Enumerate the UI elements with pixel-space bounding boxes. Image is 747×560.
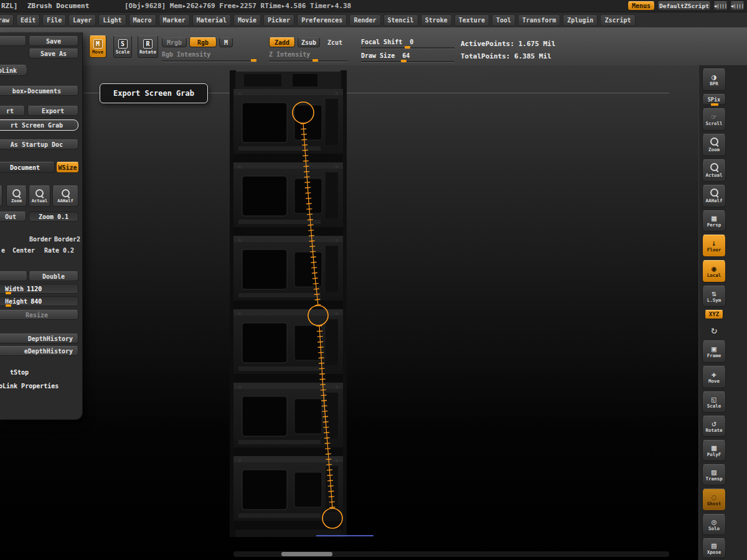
tray-local-button[interactable]: ◉ Local	[702, 260, 726, 282]
menu-layer[interactable]: Layer	[68, 14, 96, 26]
export-screen-grab-button[interactable]: rt Screen Grab	[0, 119, 78, 131]
tray-zoom-button[interactable]: Zoom	[702, 134, 726, 156]
menu-draw[interactable]: Draw	[0, 14, 14, 26]
tray-xyz-button[interactable]: XYZ	[705, 310, 723, 319]
z-intensity-marker[interactable]	[312, 59, 318, 62]
zsub-button[interactable]: Zsub	[298, 37, 320, 47]
menu-movie[interactable]: Movie	[233, 14, 261, 26]
resize-button[interactable]: Resize	[0, 310, 78, 320]
z-intensity-slider[interactable]	[269, 60, 347, 62]
rgb-intensity-slider[interactable]	[162, 60, 256, 62]
menu-picker[interactable]: Picker	[263, 14, 294, 26]
save-as-startup-doc-button[interactable]: As Startup Doc	[0, 139, 78, 149]
double-button[interactable]: Double	[29, 271, 78, 281]
tray-spix-button[interactable]: SPix	[702, 94, 726, 105]
zadd-button[interactable]: Zadd	[269, 37, 295, 47]
out-button[interactable]: Out	[0, 212, 26, 222]
menu-edit[interactable]: Edit	[16, 14, 40, 26]
zoom-button[interactable]: Zoom	[6, 185, 27, 207]
rgb-button[interactable]: Rgb	[189, 37, 217, 47]
draw-size-slider[interactable]	[361, 61, 454, 63]
tray-polyf-button[interactable]: ▦ PolyF	[702, 440, 726, 461]
menu-transform[interactable]: Transform	[518, 14, 560, 26]
tray-solo-button[interactable]: ◎ Solo	[702, 514, 726, 535]
border-button[interactable]: Border	[27, 235, 54, 243]
menu-macro[interactable]: Macro	[129, 14, 156, 26]
dock-collapse-right-button[interactable]: ◀||||	[730, 1, 745, 11]
cut-button-top[interactable]	[0, 36, 26, 46]
cut-button-double-row[interactable]	[0, 271, 27, 281]
tile-button[interactable]: e	[0, 246, 7, 254]
applink-button[interactable]: oLink	[0, 65, 27, 76]
draw-size-marker[interactable]	[401, 60, 406, 62]
delete-depth-history-button[interactable]: eDepthHistory	[0, 346, 78, 356]
height-marker[interactable]	[6, 304, 11, 307]
document-section-header[interactable]: Document	[0, 162, 55, 173]
menu-tool[interactable]: Tool	[492, 14, 515, 26]
tray-floor-button[interactable]: ↓ Floor	[702, 235, 726, 257]
menu-texture[interactable]: Texture	[454, 14, 489, 26]
actual-button[interactable]: Actual	[29, 185, 50, 207]
height-slider[interactable]: Height 840	[0, 296, 78, 306]
move-tool-icon: M	[93, 39, 103, 49]
document-canvas[interactable]	[0, 65, 699, 560]
canvas-scrollbar-thumb[interactable]	[281, 552, 332, 556]
tray-scroll-button[interactable]: ☞ Scroll	[702, 108, 726, 131]
default-zscript-button[interactable]: DefaultZScript	[657, 1, 711, 11]
menu-file[interactable]: File	[42, 14, 66, 26]
center-button[interactable]: Center	[9, 246, 39, 254]
menu-zplugin[interactable]: Zplugin	[563, 14, 598, 26]
menu-preferences[interactable]: Preferences	[297, 14, 347, 26]
tray-ghost-button[interactable]: ◌ Ghost	[702, 488, 726, 511]
import-button[interactable]: rt	[0, 106, 25, 116]
scale-tool-button[interactable]: S Scale	[113, 35, 132, 58]
rate-slider[interactable]: Rate 0.2	[39, 246, 80, 254]
rgb-intensity-marker[interactable]	[251, 59, 256, 62]
canvas-rotate-button[interactable]: ↻	[702, 322, 726, 337]
tray-move-label: Move	[708, 378, 720, 384]
depth-history-button[interactable]: DepthHistory	[0, 334, 78, 343]
zcut-button[interactable]: Zcut	[324, 37, 346, 47]
spix-marker[interactable]	[711, 103, 718, 106]
dock-collapse-left-button[interactable]: ◀||||	[713, 1, 728, 11]
cut-icon-button[interactable]	[0, 185, 2, 207]
focal-shift-marker[interactable]	[405, 46, 410, 49]
tray-frame-button[interactable]: ▣ Frame	[702, 340, 726, 363]
menu-render[interactable]: Render	[349, 14, 380, 26]
move-tool-button[interactable]: M Move	[89, 35, 106, 58]
menus-button[interactable]: Menus	[627, 1, 655, 11]
wsize-button[interactable]: WSize	[56, 162, 79, 173]
menu-stroke[interactable]: Stroke	[421, 14, 452, 26]
menu-material[interactable]: Material	[192, 14, 231, 26]
zoom-factor-slider[interactable]: Zoom 0.1	[29, 212, 78, 222]
export-button[interactable]: Export	[27, 106, 78, 116]
width-marker[interactable]	[6, 292, 11, 294]
menu-light[interactable]: Light	[98, 14, 126, 26]
m-button[interactable]: M	[219, 37, 233, 47]
mrgb-button[interactable]: Mrgb	[162, 37, 187, 47]
focal-shift-text: Focal Shift	[361, 39, 402, 45]
menu-zscript[interactable]: Zscript	[600, 14, 635, 26]
tray-scale-button[interactable]: ◱ Scale	[702, 391, 726, 413]
save-as-button[interactable]: Save As	[29, 49, 78, 58]
tray-move-button[interactable]: ✚ Move	[702, 366, 726, 388]
tray-lsym-button[interactable]: ⇅ L.Sym	[702, 286, 726, 307]
aahalf-button[interactable]: AAHalf	[52, 185, 78, 207]
dropbox-documents-button[interactable]: box▸Documents	[0, 86, 78, 96]
tray-xpose-button[interactable]: ▤ Xpose	[702, 538, 726, 558]
save-button[interactable]: Save	[29, 36, 78, 46]
border2-button[interactable]: Border2	[54, 235, 81, 243]
tray-aahalf-button[interactable]: AAHalf	[702, 185, 726, 207]
tray-actual-label: Actual	[705, 172, 722, 178]
menu-stencil[interactable]: Stencil	[383, 14, 418, 26]
width-slider[interactable]: Width 1120	[0, 284, 78, 294]
z-intensity-label: Z Intensity	[269, 51, 310, 58]
menu-marker[interactable]: Marker	[159, 14, 190, 26]
tray-bpr-button[interactable]: ◑ BPR	[702, 68, 726, 91]
tray-actual-button[interactable]: Actual	[702, 159, 726, 182]
applink-properties-label: oLink Properties	[0, 382, 81, 390]
rotate-tool-button[interactable]: R Rotate	[138, 35, 158, 58]
tray-transp-button[interactable]: ▨ Transp	[702, 464, 726, 485]
tray-persp-button[interactable]: ▦ Persp	[702, 210, 726, 231]
tray-rotate-button[interactable]: ↺ Rotate	[702, 416, 726, 437]
